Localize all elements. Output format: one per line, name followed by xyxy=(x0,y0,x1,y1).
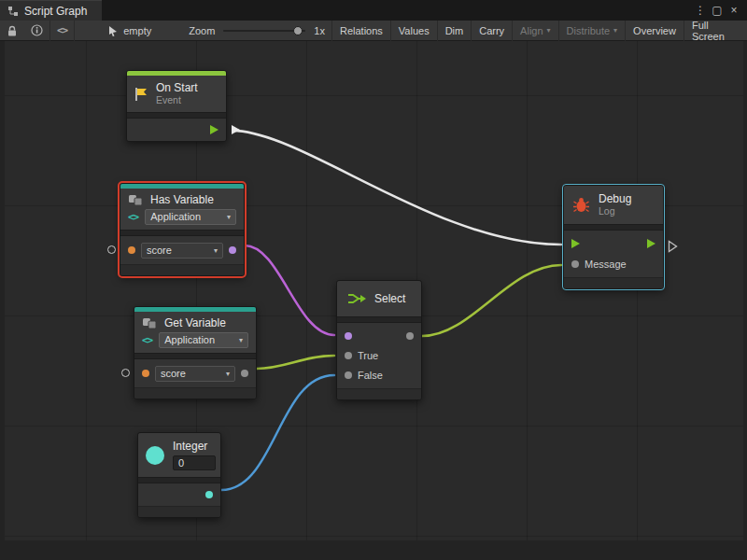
graph-toolbar: <> empty Zoom 1x Relations Values Dim Ca… xyxy=(0,21,747,41)
integer-fields: Integer 0 xyxy=(173,440,216,470)
variables-icon xyxy=(142,317,158,329)
node-on-start[interactable]: On Start Event xyxy=(126,70,227,142)
flow-output-port[interactable] xyxy=(647,239,655,248)
zoom-slider-handle[interactable] xyxy=(293,26,303,35)
node-footer xyxy=(564,277,663,288)
carry-button[interactable]: Carry xyxy=(471,21,512,41)
unconnected-input-marker[interactable] xyxy=(121,369,130,377)
zoom-value: 1x xyxy=(314,25,325,36)
node-debug-log[interactable]: Debug Log Message xyxy=(563,185,664,289)
chevron-down-icon: ▾ xyxy=(547,26,551,35)
node-title: Debug xyxy=(599,192,631,205)
result-output-port[interactable] xyxy=(406,332,414,340)
node-separator xyxy=(127,112,226,119)
node-get-variable[interactable]: Get Variable <> Application ▾ score ▾ xyxy=(134,306,257,399)
node-footer xyxy=(134,387,256,399)
false-input-port[interactable] xyxy=(345,371,352,379)
unconnected-input-marker[interactable] xyxy=(107,245,116,254)
flow-output-port[interactable] xyxy=(210,125,218,134)
tab-title: Script Graph xyxy=(24,5,87,18)
variable-name-value: score xyxy=(161,368,186,380)
lock-icon xyxy=(7,25,18,36)
node-title: Get Variable xyxy=(164,316,226,329)
code-preview-button[interactable]: <> xyxy=(50,21,74,41)
variable-name-value: score xyxy=(147,245,172,257)
wire-hasvariable-to-select-condition[interactable] xyxy=(245,245,334,335)
relations-button[interactable]: Relations xyxy=(331,21,390,41)
tab-script-graph[interactable]: Script Graph xyxy=(0,0,102,21)
zoom-control: Zoom 1x xyxy=(182,21,331,41)
overview-button[interactable]: Overview xyxy=(625,21,684,41)
window-controls: ⋮ ▢ × xyxy=(693,0,747,21)
node-select[interactable]: Select True False xyxy=(336,280,422,400)
node-separator xyxy=(138,477,220,483)
lock-button[interactable] xyxy=(0,21,24,41)
bool-output-port[interactable] xyxy=(229,246,236,254)
scope-value: Application xyxy=(164,334,215,346)
variable-name-port[interactable] xyxy=(128,246,135,254)
number-output-port[interactable] xyxy=(205,491,213,498)
full-screen-button[interactable]: Full Screen xyxy=(684,21,747,41)
node-titles: Debug Log xyxy=(599,192,631,217)
node-subtitle: Log xyxy=(599,205,631,217)
close-icon[interactable]: × xyxy=(726,0,741,21)
node-subtitle: Event xyxy=(156,94,198,106)
integer-value-input[interactable]: 0 xyxy=(173,455,216,470)
message-port-label: Message xyxy=(585,259,627,270)
values-button[interactable]: Values xyxy=(390,21,437,41)
chevron-down-icon: ▾ xyxy=(227,211,231,223)
graph-icon xyxy=(7,6,19,17)
node-separator xyxy=(564,224,663,231)
select-icon xyxy=(346,291,367,306)
cursor-icon xyxy=(107,25,119,36)
node-footer xyxy=(120,264,244,275)
bug-icon xyxy=(572,197,590,213)
next-flow-marker xyxy=(668,240,678,253)
scope-value: Application xyxy=(150,211,201,223)
variable-name-dropdown[interactable]: score ▾ xyxy=(155,366,235,382)
node-footer xyxy=(337,388,421,399)
window-menu-icon[interactable]: ⋮ xyxy=(693,0,708,21)
node-title: On Start xyxy=(156,81,198,94)
node-titles: On Start Event xyxy=(156,81,198,106)
variables-icon xyxy=(128,194,144,206)
scope-dropdown[interactable]: Application ▾ xyxy=(145,209,236,225)
flow-connection-arrow xyxy=(232,125,240,134)
chevron-down-icon: ▾ xyxy=(613,26,617,35)
false-port-label: False xyxy=(358,370,383,381)
selection-label: empty xyxy=(123,25,151,36)
chevron-down-icon: ▾ xyxy=(239,334,243,346)
message-input-port[interactable] xyxy=(571,260,579,268)
wire-onstart-to-log-flow[interactable] xyxy=(235,131,561,245)
variable-kind-icon: <> xyxy=(142,334,152,346)
integer-icon xyxy=(146,446,164,465)
true-input-port[interactable] xyxy=(345,352,352,359)
node-title: Select xyxy=(374,292,405,305)
node-separator xyxy=(134,353,256,359)
wire-select-to-log-message[interactable] xyxy=(422,265,561,336)
condition-input-port[interactable] xyxy=(345,332,352,340)
value-output-port[interactable] xyxy=(241,370,248,377)
chevron-down-icon: ▾ xyxy=(226,368,230,380)
variable-kind-icon: <> xyxy=(128,211,138,223)
selection-indicator: empty xyxy=(101,21,158,41)
flow-input-port[interactable] xyxy=(571,239,580,248)
node-integer[interactable]: Integer 0 xyxy=(137,432,221,518)
node-title: Integer xyxy=(173,440,216,453)
dim-button[interactable]: Dim xyxy=(437,21,472,41)
variable-name-port[interactable] xyxy=(142,370,149,377)
variable-name-dropdown[interactable]: score ▾ xyxy=(141,243,223,259)
window-titlebar: Script Graph ⋮ ▢ × xyxy=(0,0,747,21)
info-icon xyxy=(31,24,43,36)
graph-canvas[interactable]: On Start Event Has Variable <> xyxy=(0,41,747,560)
maximize-icon[interactable]: ▢ xyxy=(710,0,725,21)
zoom-slider[interactable] xyxy=(223,30,305,32)
node-title: Has Variable xyxy=(150,193,214,206)
true-port-label: True xyxy=(358,350,378,361)
wire-getvariable-to-select-true[interactable] xyxy=(257,356,334,369)
node-separator xyxy=(120,230,244,236)
scope-dropdown[interactable]: Application ▾ xyxy=(159,332,248,348)
code-icon: <> xyxy=(57,24,67,36)
node-has-variable[interactable]: Has Variable <> Application ▾ score ▾ xyxy=(120,183,245,276)
inspect-button[interactable] xyxy=(24,21,49,41)
